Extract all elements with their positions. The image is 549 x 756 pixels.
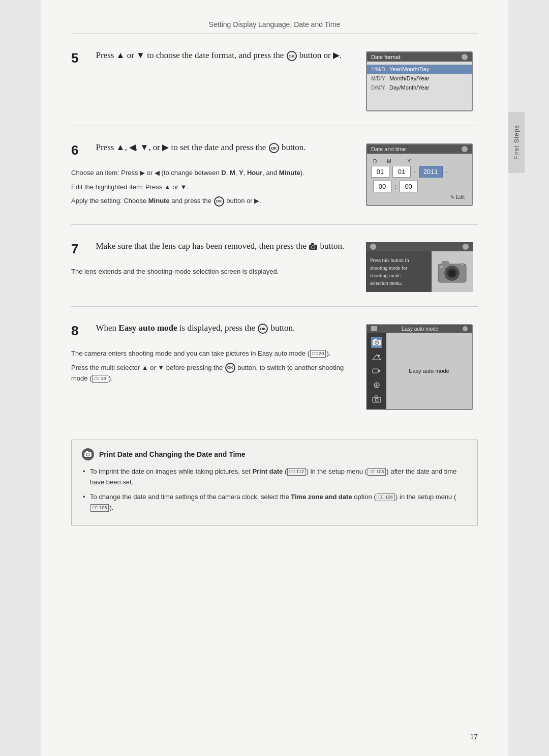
page-header: Setting Display Language, Date and Time [71, 20, 478, 34]
svg-rect-17 [373, 369, 378, 373]
svg-rect-9 [460, 263, 464, 266]
video-icon-svg [372, 367, 381, 375]
year-box: 2011 [419, 166, 443, 178]
header-title: Setting Display Language, Date and Time [209, 20, 340, 28]
auto-icon-svg: A [372, 338, 381, 346]
min-box: 00 [400, 181, 418, 192]
step6-date-values: 01 01 · 2011 · [371, 166, 468, 178]
svg-rect-2 [311, 243, 314, 245]
step8-content: 8 When Easy auto mode is displayed, pres… [71, 322, 356, 410]
step6-labels: D M Y [371, 159, 468, 164]
ok-icon-step6 [269, 143, 279, 153]
step8-screen-body: A [367, 333, 472, 409]
step7-screen-header [366, 242, 473, 251]
step7-text3: shooting-mode [370, 272, 428, 279]
step7-screen-body: Press this button in shooting mode for s… [366, 251, 473, 292]
hour-box: 00 [373, 181, 391, 192]
page-number: 17 [470, 733, 478, 741]
step8-screen-header: Easy auto mode [367, 325, 472, 333]
step6-screen-body: D M Y 01 01 · 2011 · 00 : 00 [367, 154, 472, 205]
step8-screen: Easy auto mode A [366, 324, 473, 410]
section-step6: 6 Press ▲, ◀, ▼, or ▶ to set the date an… [71, 141, 478, 225]
note-bullets: To imprint the date on images while taki… [82, 467, 467, 513]
step5-screen-title: Date format [371, 54, 400, 60]
step8-title: When Easy auto mode is displayed, press … [96, 322, 295, 334]
easy-icon-scene [371, 351, 382, 362]
step7-info-text: Press this button in shooting mode for s… [366, 251, 432, 292]
step5-number: 5 [71, 51, 78, 65]
step7-title: Make sure that the lens cap has been rem… [96, 240, 344, 252]
step8-header-icon [371, 326, 377, 331]
step8-body1: The camera enters shooting mode and you … [71, 348, 356, 359]
ok-icon-step6b [214, 196, 224, 207]
step8-icons-col: A [367, 333, 386, 409]
step6-screen: Date and time D M Y 01 01 · 2011 · [366, 143, 473, 206]
note-title-text: Print Date and Changing the Date and Tim… [99, 450, 246, 458]
step7-text4: selection menu. [370, 279, 428, 287]
easy-icon-video [371, 365, 382, 376]
ok-icon-step8 [258, 324, 268, 334]
step6-screen-title: Date and time [371, 146, 406, 152]
step6-image: Date and time D M Y 01 01 · 2011 · [366, 143, 478, 210]
svg-point-23 [375, 398, 378, 401]
step6-content: 6 Press ▲, ◀, ▼, or ▶ to set the date an… [71, 141, 356, 210]
step7-body: The lens extends and the shooting-mode s… [71, 267, 356, 277]
side-tab: First Steps [508, 112, 525, 173]
easy-icon-auto: A [371, 337, 382, 348]
step6-edit: ✎ Edit [371, 194, 468, 200]
svg-rect-13 [374, 339, 377, 340]
step6-number: 6 [71, 143, 78, 157]
step5-screen: Date format Y/M/D Year/Month/Day M/D/Y M… [366, 51, 473, 111]
note-box: Print Date and Changing the Date and Tim… [71, 440, 478, 526]
ref-20: □□ 20 [310, 350, 326, 358]
ref-112: □□ 112 [287, 468, 306, 476]
screen-row-1: Y/M/D Year/Month/Day [367, 65, 472, 74]
step5-screen-body: Y/M/D Year/Month/Day M/D/Y Month/Day/Yea… [367, 62, 472, 110]
ok-icon-step5 [287, 51, 297, 61]
section-step5: 5 Press ▲ or ▼ to choose the date format… [71, 49, 478, 126]
step5-screen-header: Date format [367, 52, 472, 62]
ref-103a: □□ 103 [368, 468, 386, 476]
easy-mode-label: Easy auto mode [409, 368, 449, 374]
camera-svg [436, 258, 469, 286]
step8-number: 8 [71, 324, 78, 337]
day-box: 01 [371, 166, 389, 178]
svg-rect-8 [442, 261, 449, 265]
step7-content: 7 Make sure that the lens cap has been r… [71, 240, 356, 292]
step7-text1: Press this button in [370, 256, 428, 264]
step7-corner-icon [463, 244, 469, 250]
screen-row-2: M/D/Y Month/Day/Year [367, 74, 472, 83]
note-icon [82, 448, 94, 460]
svg-rect-27 [86, 451, 88, 453]
page: Setting Display Language, Date and Time … [41, 0, 508, 756]
easy-icon-effects [371, 380, 382, 391]
svg-rect-10 [440, 266, 443, 268]
step7-image: Press this button in shooting mode for s… [366, 242, 478, 292]
step7-screen-wrap: Press this button in shooting mode for s… [366, 242, 473, 292]
step8-image: Easy auto mode A [366, 324, 478, 410]
scene-icon-svg [372, 353, 381, 361]
ref-103b: □□ 103 [90, 504, 109, 512]
step8-easy-right: Easy auto mode [386, 333, 472, 409]
section-step7: 7 Make sure that the lens cap has been r… [71, 240, 478, 307]
effects-icon-svg [372, 381, 381, 389]
ok-icon-step8b [225, 363, 235, 373]
easy-icon-camera [371, 394, 382, 405]
ref-106: □□ 106 [377, 493, 395, 501]
month-box: 01 [392, 166, 411, 178]
step5-title-pre: Press ▲ or ▼ to choose the date format, … [96, 50, 342, 60]
step7-text2: shooting mode for [370, 264, 428, 272]
note-bullet1: To imprint the date on images while taki… [82, 467, 467, 488]
section-step8: 8 When Easy auto mode is displayed, pres… [71, 322, 478, 424]
step6-body1: Choose an item: Press ▶ or ◀ (to change … [71, 168, 356, 179]
note-title: Print Date and Changing the Date and Tim… [82, 448, 467, 460]
step5-content: 5 Press ▲ or ▼ to choose the date format… [71, 49, 356, 111]
step7-camera-image [432, 251, 473, 292]
step5-screen-icon [462, 54, 468, 60]
camera-icon [309, 243, 318, 251]
note-camera-icon [84, 451, 92, 458]
step8-screen-label: Easy auto mode [402, 326, 438, 332]
step8-body2: Press the multi selector ▲ or ▼ before p… [71, 363, 356, 384]
svg-point-7 [449, 270, 455, 276]
step6-body3: Apply the setting: Choose Minute and pre… [71, 196, 356, 207]
